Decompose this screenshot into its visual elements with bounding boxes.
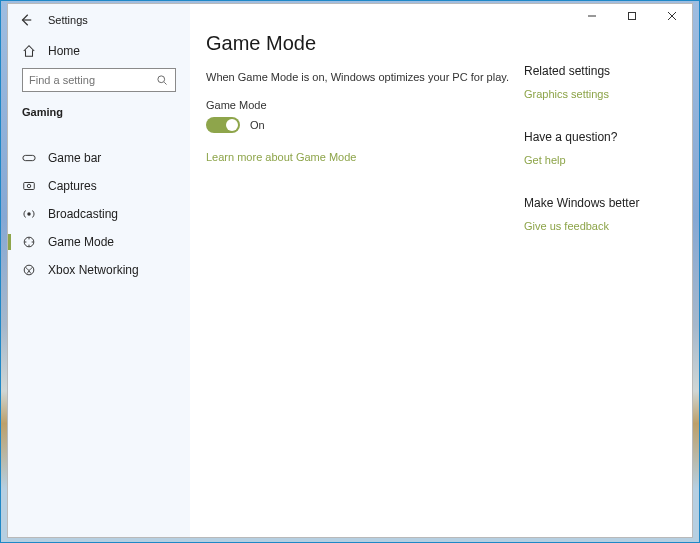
xbox-icon: [22, 263, 36, 277]
toggle-label: Game Mode: [206, 99, 524, 111]
content-main: Game Mode When Game Mode is on, Windows …: [190, 4, 524, 537]
svg-rect-1: [23, 155, 35, 160]
home-label: Home: [48, 44, 80, 58]
broadcast-icon: [22, 207, 36, 221]
home-icon: [22, 44, 36, 58]
question-heading: Have a question?: [524, 130, 660, 144]
sidebar: Settings Home Gaming Game bar: [8, 4, 190, 537]
nav-item-label: Captures: [48, 179, 97, 193]
maximize-button[interactable]: [612, 4, 652, 28]
page-description: When Game Mode is on, Windows optimizes …: [206, 71, 524, 83]
nav-item-xbox-networking[interactable]: Xbox Networking: [8, 256, 190, 284]
search-input[interactable]: [22, 68, 176, 92]
nav-item-label: Game bar: [48, 151, 101, 165]
svg-rect-7: [629, 13, 636, 20]
feedback-heading: Make Windows better: [524, 196, 660, 210]
window-title: Settings: [48, 14, 88, 26]
nav-item-label: Xbox Networking: [48, 263, 139, 277]
nav-list: Game bar Captures Broadcasting Game Mode: [8, 144, 190, 284]
feedback-group: Make Windows better Give us feedback: [524, 196, 660, 234]
nav-item-game-bar[interactable]: Game bar: [8, 144, 190, 172]
svg-point-3: [27, 184, 31, 188]
close-icon: [665, 9, 679, 23]
give-feedback-link[interactable]: Give us feedback: [524, 220, 609, 232]
search-field[interactable]: [29, 74, 149, 86]
svg-rect-2: [24, 183, 35, 190]
game-mode-toggle-row: On: [206, 117, 524, 133]
game-mode-toggle[interactable]: [206, 117, 240, 133]
svg-point-4: [27, 212, 31, 216]
search-wrap: [8, 66, 190, 98]
captures-icon: [22, 179, 36, 193]
nav-category: Gaming: [8, 98, 190, 124]
content-aside: Related settings Graphics settings Have …: [524, 4, 680, 537]
main: Game Mode When Game Mode is on, Windows …: [190, 4, 692, 537]
graphics-settings-link[interactable]: Graphics settings: [524, 88, 609, 100]
settings-window: Settings Home Gaming Game bar: [7, 3, 693, 538]
home-button[interactable]: Home: [8, 36, 190, 66]
related-settings-group: Related settings Graphics settings: [524, 64, 660, 102]
learn-more-link[interactable]: Learn more about Game Mode: [206, 151, 356, 163]
minimize-icon: [585, 9, 599, 23]
nav-item-label: Broadcasting: [48, 207, 118, 221]
titlebar-left: Settings: [8, 4, 190, 36]
svg-point-0: [158, 76, 165, 83]
minimize-button[interactable]: [572, 4, 612, 28]
arrow-left-icon: [19, 13, 33, 27]
get-help-link[interactable]: Get help: [524, 154, 566, 166]
nav-item-broadcasting[interactable]: Broadcasting: [8, 200, 190, 228]
related-heading: Related settings: [524, 64, 660, 78]
search-icon: [155, 73, 169, 87]
nav-item-game-mode[interactable]: Game Mode: [8, 228, 190, 256]
maximize-icon: [625, 9, 639, 23]
question-group: Have a question? Get help: [524, 130, 660, 168]
nav-item-captures[interactable]: Captures: [8, 172, 190, 200]
back-button[interactable]: [16, 10, 36, 30]
toggle-state: On: [250, 119, 265, 131]
close-button[interactable]: [652, 4, 692, 28]
window-controls: [572, 4, 692, 28]
game-mode-icon: [22, 235, 36, 249]
page-title: Game Mode: [206, 32, 524, 55]
nav-item-label: Game Mode: [48, 235, 114, 249]
gamepad-icon: [22, 151, 36, 165]
